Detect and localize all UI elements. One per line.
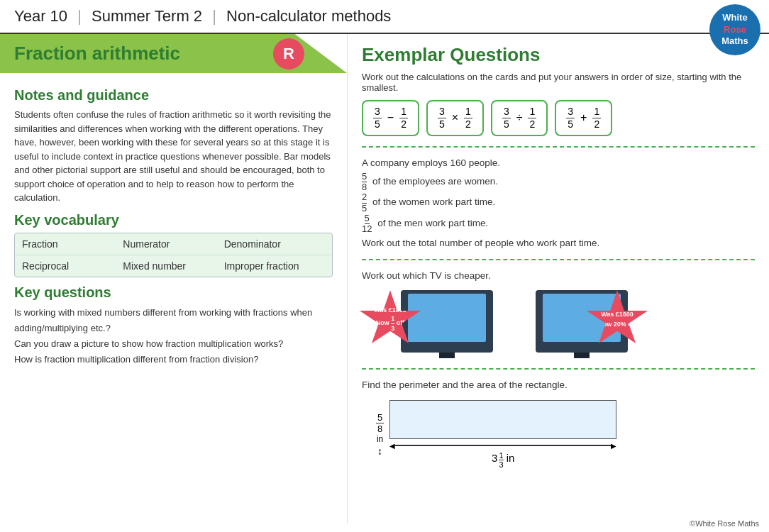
bottom-arrow-row: ◀ ▶ [389,442,616,450]
rect-section: 58 in ↕ ◀ ▶ 3 1 3 [376,400,755,469]
company-line-1: 58 of the employees are women. [362,172,755,193]
vocab-row-2: Reciprocal Mixed number Improper fractio… [15,255,332,277]
question-2: Can you draw a picture to show how fract… [14,336,333,352]
questions-title: Key questions [14,284,333,301]
vocab-mixed-number: Mixed number [123,260,223,272]
vocab-reciprocal: Reciprocal [22,260,123,272]
logo-line3: Maths [721,35,748,48]
bottom-label: 3 1 3 in [389,451,616,469]
vocab-table: Fraction Numerator Denominator Reciproca… [14,233,333,277]
frac-5-8: 58 [362,172,367,193]
sep2: | [212,7,221,25]
op-1: − [387,111,394,124]
company-section: A company employs 160 people. 58 of the … [362,155,755,252]
dashed-sep-2 [362,259,755,260]
exemplar-intro: Work out the calculations on the cards a… [362,72,755,93]
vocab-numerator: Numerator [123,238,223,250]
frac-1-left: 35 [373,106,382,131]
left-content: Notes and guidance Students often confus… [0,73,347,375]
tv1-screen [408,294,486,342]
logo-line1: White [722,12,747,24]
side-arrow: 58 in ↕ [376,412,384,457]
company-line-3: 512 of the men work part time. [362,214,755,235]
mixed-frac-bottom: 3 1 3 [492,451,503,469]
tv-intro: Work out which TV is cheaper. [362,267,755,284]
notes-text: Students often confuse the rules of frac… [14,108,333,205]
term-label: Summer Term 2 [92,7,202,25]
logo-line2: Rose [724,24,746,36]
green-banner: Fraction arithmetic R [0,34,347,73]
tv1-container: Was £1800Now 13 off [362,290,493,353]
bottom-den: 3 [499,460,503,469]
bottom-num: 1 [499,451,503,460]
year-label: Year 10 [14,7,67,25]
subtitle-label: Non-calculator methods [226,7,391,25]
right-panel: Exemplar Questions Work out the calculat… [348,34,769,523]
vocab-improper-fraction: Improper fraction [224,260,325,272]
tv2-stand [574,353,590,358]
fraction-cards: 35 − 12 35 × 12 35 ÷ 12 35 + 12 [362,100,755,136]
side-unit: in [377,434,383,444]
main-content: Fraction arithmetic R Notes and guidance… [0,34,769,523]
arrow-head-right-icon: ▶ [611,442,616,450]
frac-card-1: 35 − 12 [362,100,419,136]
frac-2-right: 12 [464,106,472,131]
frac-2-5: 25 [362,192,367,214]
arrow-head-left-icon: ◀ [389,442,395,450]
bottom-small-frac: 1 3 [499,451,503,469]
op-3: ÷ [516,111,523,124]
down-arrow-icon: ↕ [377,445,382,457]
vocab-fraction: Fraction [22,238,123,250]
op-2: × [452,111,458,124]
tv2-container: Was £1600Now 20% off [536,290,628,353]
footer-text: ©White Rose Maths [690,519,759,528]
frac-4-right: 12 [592,106,601,131]
tv-section: Was £1800Now 13 off Was £1600N [362,290,755,353]
logo: White Rose Maths [709,4,760,55]
rect-box [389,400,616,439]
header: Year 10 | Summer Term 2 | Non-calculator… [0,0,769,34]
frac-3-left: 35 [502,106,511,131]
sep1: | [77,7,86,25]
vocab-row-1: Fraction Numerator Denominator [15,233,332,255]
question-1: Is working with mixed numbers different … [14,305,333,336]
tv1-body [401,290,493,353]
r-badge: R [273,38,304,70]
company-title: A company employs 160 people. [362,155,755,172]
bottom-unit: in [507,452,515,464]
bottom-line [395,445,611,446]
banner-title: Fraction arithmetic [14,43,180,65]
frac-card-4: 35 + 12 [555,100,612,136]
frac-2-left: 35 [438,106,446,131]
rect-diagram: ◀ ▶ 3 1 3 in [389,400,616,469]
frac-1-right: 12 [399,106,408,131]
frac-4-left: 35 [566,106,575,131]
notes-title: Notes and guidance [14,87,333,104]
vocab-denominator: Denominator [224,238,325,250]
exemplar-title: Exemplar Questions [362,44,755,66]
footer: ©White Rose Maths [690,519,759,528]
frac-3-right: 12 [528,106,536,131]
company-question: Work out the total number of people who … [362,235,755,252]
question-3: How is fraction multiplication different… [14,352,333,367]
company-line-2: 25 of the women work part time. [362,192,755,214]
key-questions-text: Is working with mixed numbers different … [14,305,333,367]
bottom-whole: 3 [492,453,497,463]
header-title: Year 10 | Summer Term 2 | Non-calculator… [14,7,391,26]
side-fraction: 58 [376,412,384,434]
frac-card-2: 35 × 12 [426,100,484,136]
op-4: + [580,111,587,124]
rect-intro: Find the perimeter and the area of the r… [362,377,755,394]
dashed-sep-1 [362,146,755,148]
vocab-title: Key vocabulary [14,212,333,228]
frac-card-3: 35 ÷ 12 [491,100,548,136]
frac-5-12: 512 [362,214,372,235]
tv1-stand [439,353,455,358]
dashed-sep-3 [362,368,755,370]
left-panel: Fraction arithmetic R Notes and guidance… [0,34,348,523]
